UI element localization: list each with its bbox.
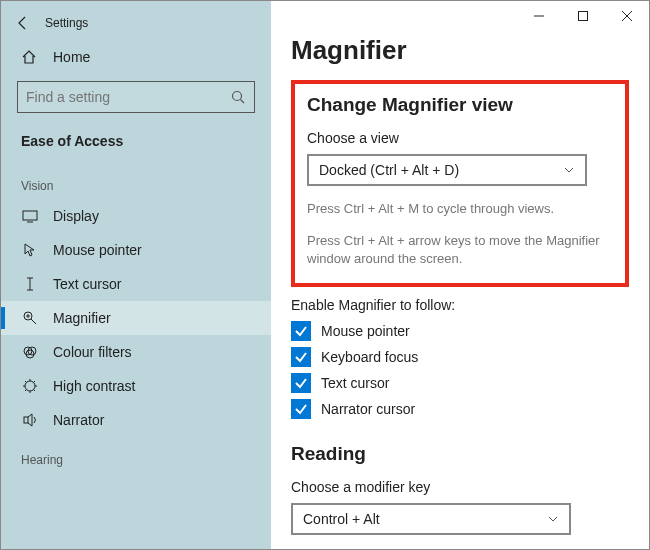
checkbox-label: Text cursor	[321, 375, 389, 391]
minimize-button[interactable]	[517, 1, 561, 31]
view-label: Choose a view	[307, 130, 613, 146]
magnifier-icon	[21, 310, 39, 326]
change-view-section: Change Magnifier view Choose a view Dock…	[291, 80, 629, 287]
display-icon	[21, 208, 39, 224]
view-dropdown[interactable]: Docked (Ctrl + Alt + D)	[307, 154, 587, 186]
svg-rect-1	[23, 211, 37, 220]
sidebar-item-text[interactable]: Text cursor	[1, 267, 271, 301]
checkbox-label: Mouse pointer	[321, 323, 410, 339]
checkbox-icon	[291, 347, 311, 367]
svg-point-0	[233, 92, 242, 101]
checkbox-icon	[291, 399, 311, 419]
modifier-label: Choose a modifier key	[291, 479, 629, 495]
page-title: Magnifier	[291, 35, 629, 66]
section-header: Ease of Access	[1, 127, 271, 163]
follow-label: Enable Magnifier to follow:	[291, 297, 629, 313]
narrator-icon	[21, 412, 39, 428]
sidebar-item-colour[interactable]: Colour filters	[1, 335, 271, 369]
nav-label: Magnifier	[53, 310, 111, 326]
reading-title: Reading	[291, 443, 629, 465]
sidebar-item-contrast[interactable]: High contrast	[1, 369, 271, 403]
search-icon	[230, 89, 246, 105]
dropdown-value: Docked (Ctrl + Alt + D)	[319, 162, 459, 178]
nav-label: Display	[53, 208, 99, 224]
sidebar-item-narrator[interactable]: Narrator	[1, 403, 271, 437]
mouse-pointer-icon	[21, 242, 39, 258]
reading-hint: Use these commands to have Magnifier rea…	[291, 547, 629, 549]
nav-label: Narrator	[53, 412, 104, 428]
dropdown-value: Control + Alt	[303, 511, 380, 527]
maximize-button[interactable]	[561, 1, 605, 31]
search-input-wrap[interactable]	[17, 81, 255, 113]
category-vision: Vision	[1, 163, 271, 199]
hint-text: Press Ctrl + Alt + M to cycle through vi…	[307, 200, 613, 218]
checkbox-narrator-cursor[interactable]: Narrator cursor	[291, 399, 629, 419]
sidebar-item-display[interactable]: Display	[1, 199, 271, 233]
sidebar-item-magnifier[interactable]: Magnifier	[1, 301, 271, 335]
modifier-dropdown[interactable]: Control + Alt	[291, 503, 571, 535]
checkbox-icon	[291, 373, 311, 393]
home-nav[interactable]: Home	[1, 41, 271, 73]
text-cursor-icon	[21, 276, 39, 292]
chevron-down-icon	[563, 164, 575, 176]
nav-label: Text cursor	[53, 276, 121, 292]
nav-label: High contrast	[53, 378, 135, 394]
close-button[interactable]	[605, 1, 649, 31]
svg-rect-7	[24, 417, 28, 423]
app-title: Settings	[45, 16, 88, 30]
category-hearing: Hearing	[1, 437, 271, 473]
svg-rect-8	[579, 12, 588, 21]
checkbox-icon	[291, 321, 311, 341]
checkbox-label: Keyboard focus	[321, 349, 418, 365]
high-contrast-icon	[21, 378, 39, 394]
hint-text: Press Ctrl + Alt + arrow keys to move th…	[307, 232, 613, 268]
checkbox-label: Narrator cursor	[321, 401, 415, 417]
nav-label: Mouse pointer	[53, 242, 142, 258]
sidebar-item-mouse[interactable]: Mouse pointer	[1, 233, 271, 267]
nav-label: Colour filters	[53, 344, 132, 360]
colour-filters-icon	[21, 344, 39, 360]
section-title: Change Magnifier view	[307, 94, 613, 116]
checkbox-text-cursor[interactable]: Text cursor	[291, 373, 629, 393]
checkbox-keyboard-focus[interactable]: Keyboard focus	[291, 347, 629, 367]
chevron-down-icon	[547, 513, 559, 525]
checkbox-mouse-pointer[interactable]: Mouse pointer	[291, 321, 629, 341]
home-label: Home	[53, 49, 90, 65]
back-button[interactable]	[9, 9, 37, 37]
home-icon	[21, 49, 39, 65]
search-input[interactable]	[26, 89, 230, 105]
